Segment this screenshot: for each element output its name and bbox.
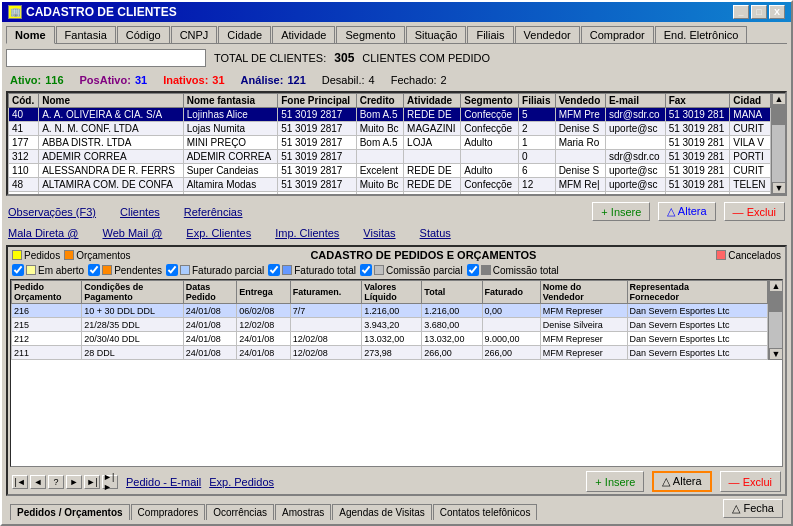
- order-cell: 7/7: [290, 304, 362, 318]
- nav-first[interactable]: |◄: [12, 475, 28, 489]
- filter-com-parcial-checkbox[interactable]: [360, 264, 372, 276]
- orders-action-buttons: + Insere △ Altera — Exclui: [586, 471, 781, 492]
- client-cell: 41: [9, 122, 39, 136]
- client-row[interactable]: 177ABBA DISTR. LTDAMINI PREÇO51 3019 281…: [9, 136, 771, 150]
- nav-next[interactable]: ►: [66, 475, 82, 489]
- observacoes-link[interactable]: Observações (F3): [8, 206, 96, 218]
- minimize-button[interactable]: _: [733, 5, 749, 19]
- tab-cnpj[interactable]: CNPJ: [171, 26, 218, 43]
- maximize-button[interactable]: □: [751, 5, 767, 19]
- client-row[interactable]: 160AMADEU SPACK E CIA LTDRede Spack51 30…: [9, 192, 771, 195]
- orders-action-row: |◄ ◄ ? ► ►| ►|► Pedido - E-mail Exp. Ped…: [8, 469, 785, 494]
- order-row[interactable]: 21610 + 30 DDL DDL24/01/0806/02/087/71.2…: [12, 304, 768, 318]
- client-cell: A. N. M. CONF. LTDA: [39, 122, 184, 136]
- client-cell: TELEN: [730, 178, 771, 192]
- imp-clientes-link[interactable]: Imp. Clientes: [275, 227, 339, 239]
- orders-header-row: PedidoOrçamento Condições dePagamento Da…: [12, 281, 768, 304]
- client-row[interactable]: 41A. N. M. CONF. LTDALojas Numita51 3019…: [9, 122, 771, 136]
- exp-pedidos-link[interactable]: Exp. Pedidos: [209, 476, 274, 488]
- exclui-client-button[interactable]: — Exclui: [724, 202, 785, 221]
- nav-last[interactable]: ►|: [84, 475, 100, 489]
- client-cell: ADEMIR CORREA: [39, 150, 184, 164]
- btab-agendas[interactable]: Agendas de Visitas: [332, 504, 431, 520]
- tab-atividade[interactable]: Atividade: [272, 26, 335, 43]
- web-mail-link[interactable]: Web Mail @: [102, 227, 162, 239]
- tab-nome[interactable]: Nome: [6, 26, 55, 44]
- altera-client-button[interactable]: △ Altera: [658, 202, 715, 221]
- altera-order-button[interactable]: △ Altera: [652, 471, 711, 492]
- filter-fat-parcial-checkbox[interactable]: [166, 264, 178, 276]
- client-cell: Excelent: [356, 164, 403, 178]
- status-bar: Ativo: 116 PosAtivo: 31 Inativos: 31 Aná…: [6, 72, 787, 88]
- nav-question[interactable]: ?: [48, 475, 64, 489]
- order-row[interactable]: 21521/28/35 DDL24/01/0812/02/083.943,203…: [12, 318, 768, 332]
- client-cell: Adulto: [461, 136, 519, 150]
- clientes-link[interactable]: Clientes: [120, 206, 160, 218]
- visitas-link[interactable]: Visitas: [363, 227, 395, 239]
- exclui-order-button[interactable]: — Exclui: [720, 471, 781, 492]
- tab-codigo[interactable]: Código: [117, 26, 170, 43]
- pedido-email-link[interactable]: Pedido - E-mail: [126, 476, 201, 488]
- oh-entrega: Entrega: [237, 281, 291, 304]
- scroll-down-btn[interactable]: ▼: [772, 182, 786, 194]
- tab-cidade[interactable]: Cidade: [218, 26, 271, 43]
- scroll-track: [772, 125, 785, 182]
- orders-scroll-down[interactable]: ▼: [769, 348, 783, 360]
- client-row[interactable]: 40A. A. OLIVEIRA & CIA. S/ALojinhas Alic…: [9, 108, 771, 122]
- tab-fantasia[interactable]: Fantasia: [56, 26, 116, 43]
- client-row[interactable]: 312ADEMIR CORREAADEMIR CORREA51 3019 281…: [9, 150, 771, 164]
- orders-scroll-up[interactable]: ▲: [769, 280, 783, 292]
- clients-scrollbar[interactable]: ▲ ▼: [771, 93, 785, 194]
- order-row[interactable]: 21128 DDL24/01/0824/01/0812/02/08273,982…: [12, 346, 768, 360]
- close-button[interactable]: X: [769, 5, 785, 19]
- tab-end-eletronico[interactable]: End. Eletrônico: [655, 26, 748, 43]
- filter-pendentes-checkbox[interactable]: [88, 264, 100, 276]
- fecha-button[interactable]: △ Fecha: [723, 499, 783, 518]
- tab-comprador[interactable]: Comprador: [581, 26, 654, 43]
- filter-com-total-box: [481, 265, 491, 275]
- scroll-up-btn[interactable]: ▲: [772, 93, 786, 105]
- client-row[interactable]: 48ALTAMIRA COM. DE CONFAAltamira Modas51…: [9, 178, 771, 192]
- filter-fat-total-checkbox[interactable]: [268, 264, 280, 276]
- btab-ocorrencias[interactable]: Ocorrências: [206, 504, 274, 520]
- client-cell: AMADEU SPACK E CIA LTD: [39, 192, 184, 195]
- search-input[interactable]: [6, 49, 206, 67]
- btab-amostras[interactable]: Amostras: [275, 504, 331, 520]
- client-cell: Confecçõe: [461, 178, 519, 192]
- tab-filiais[interactable]: Filiais: [467, 26, 513, 43]
- filter-pendentes-box: [102, 265, 112, 275]
- orders-legend-right: Cancelados: [716, 250, 781, 261]
- scroll-thumb[interactable]: [772, 105, 785, 125]
- btab-pedidos[interactable]: Pedidos / Orçamentos: [10, 504, 130, 520]
- btab-compradores[interactable]: Compradores: [131, 504, 206, 520]
- nav-extra[interactable]: ►|►: [102, 475, 118, 489]
- insere-client-button[interactable]: + Insere: [592, 202, 650, 221]
- client-row[interactable]: 110ALESSANDRA DE R. FERRSSuper Candeias5…: [9, 164, 771, 178]
- tab-vendedor[interactable]: Vendedor: [515, 26, 580, 43]
- orders-scroll-thumb[interactable]: [769, 292, 782, 312]
- status-fechado: Fechado: 2: [391, 74, 447, 86]
- orders-legend-left: Pedidos Orçamentos: [12, 250, 131, 261]
- insere-order-button[interactable]: + Insere: [586, 471, 644, 492]
- filter-com-total-checkbox[interactable]: [467, 264, 479, 276]
- oh-total: Total: [422, 281, 482, 304]
- tab-situacao[interactable]: Situação: [406, 26, 467, 43]
- client-cell: Muito Bc: [356, 178, 403, 192]
- col-credito: Credito: [356, 94, 403, 108]
- mala-direta-link[interactable]: Mala Direta @: [8, 227, 78, 239]
- status-link[interactable]: Status: [420, 227, 451, 239]
- col-cod: Cód.: [9, 94, 39, 108]
- tab-segmento[interactable]: Segmento: [336, 26, 404, 43]
- fechado-label: Fechado:: [391, 74, 437, 86]
- filter-em-aberto-checkbox[interactable]: [12, 264, 24, 276]
- bottom-section: Pedidos / Orçamentos Compradores Ocorrên…: [6, 499, 787, 520]
- nav-prev[interactable]: ◄: [30, 475, 46, 489]
- order-row[interactable]: 21220/30/40 DDL24/01/0824/01/0812/02/081…: [12, 332, 768, 346]
- referencias-link[interactable]: Referências: [184, 206, 243, 218]
- client-cell: 2: [519, 122, 556, 136]
- orders-scrollbar[interactable]: ▲ ▼: [768, 280, 782, 360]
- filter-em-aberto-label: Em aberto: [38, 265, 84, 276]
- exp-clientes-link[interactable]: Exp. Clientes: [186, 227, 251, 239]
- btab-contatos[interactable]: Contatos telefônicos: [433, 504, 538, 520]
- analise-value: 121: [287, 74, 305, 86]
